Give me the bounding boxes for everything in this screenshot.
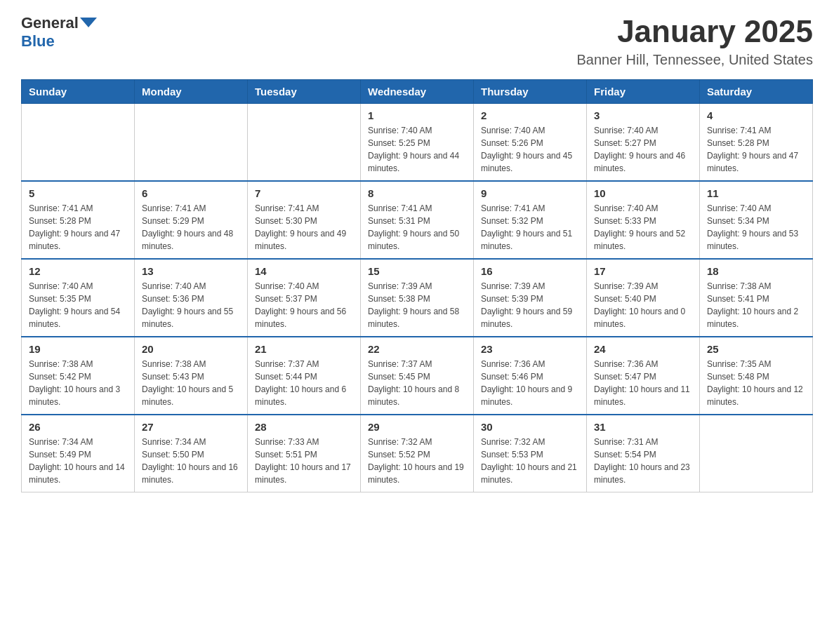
cell-date: 22 (368, 343, 466, 355)
page-title: January 2025 (577, 14, 814, 49)
calendar-cell: 29Sunrise: 7:32 AM Sunset: 5:52 PM Dayli… (361, 415, 474, 492)
cell-date: 9 (481, 187, 579, 199)
cell-date: 14 (255, 265, 353, 277)
calendar-cell: 10Sunrise: 7:40 AM Sunset: 5:33 PM Dayli… (587, 181, 700, 259)
calendar-cell: 4Sunrise: 7:41 AM Sunset: 5:28 PM Daylig… (700, 104, 813, 182)
cell-info: Sunrise: 7:34 AM Sunset: 5:49 PM Dayligh… (29, 436, 127, 486)
cell-info: Sunrise: 7:40 AM Sunset: 5:26 PM Dayligh… (481, 124, 579, 175)
calendar-table: SundayMondayTuesdayWednesdayThursdayFrid… (21, 79, 813, 492)
calendar-cell: 15Sunrise: 7:39 AM Sunset: 5:38 PM Dayli… (361, 259, 474, 337)
cell-info: Sunrise: 7:31 AM Sunset: 5:54 PM Dayligh… (594, 436, 692, 486)
calendar-cell (135, 104, 248, 182)
cell-info: Sunrise: 7:37 AM Sunset: 5:44 PM Dayligh… (255, 358, 353, 408)
page-header: General Blue January 2025 Banner Hill, T… (21, 14, 813, 68)
cell-info: Sunrise: 7:40 AM Sunset: 5:25 PM Dayligh… (368, 124, 466, 175)
cell-date: 1 (368, 109, 466, 121)
cell-info: Sunrise: 7:32 AM Sunset: 5:53 PM Dayligh… (481, 436, 579, 486)
cell-info: Sunrise: 7:38 AM Sunset: 5:43 PM Dayligh… (142, 358, 240, 408)
cell-info: Sunrise: 7:32 AM Sunset: 5:52 PM Dayligh… (368, 436, 466, 486)
cell-date: 2 (481, 109, 579, 121)
cell-info: Sunrise: 7:37 AM Sunset: 5:45 PM Dayligh… (368, 358, 466, 408)
calendar-week-row: 5Sunrise: 7:41 AM Sunset: 5:28 PM Daylig… (22, 181, 813, 259)
calendar-cell: 22Sunrise: 7:37 AM Sunset: 5:45 PM Dayli… (361, 337, 474, 415)
cell-date: 10 (594, 187, 692, 199)
cell-info: Sunrise: 7:39 AM Sunset: 5:39 PM Dayligh… (481, 280, 579, 330)
calendar-week-row: 26Sunrise: 7:34 AM Sunset: 5:49 PM Dayli… (22, 415, 813, 492)
calendar-cell: 1Sunrise: 7:40 AM Sunset: 5:25 PM Daylig… (361, 104, 474, 182)
calendar-day-header: Wednesday (361, 80, 474, 104)
cell-date: 19 (29, 343, 127, 355)
calendar-day-header: Sunday (22, 80, 135, 104)
cell-info: Sunrise: 7:40 AM Sunset: 5:27 PM Dayligh… (594, 124, 692, 175)
calendar-cell: 18Sunrise: 7:38 AM Sunset: 5:41 PM Dayli… (700, 259, 813, 337)
calendar-cell: 14Sunrise: 7:40 AM Sunset: 5:37 PM Dayli… (248, 259, 361, 337)
calendar-cell: 2Sunrise: 7:40 AM Sunset: 5:26 PM Daylig… (474, 104, 587, 182)
cell-date: 13 (142, 265, 240, 277)
calendar-cell: 9Sunrise: 7:41 AM Sunset: 5:32 PM Daylig… (474, 181, 587, 259)
page-subtitle: Banner Hill, Tennessee, United States (577, 52, 814, 68)
cell-info: Sunrise: 7:33 AM Sunset: 5:51 PM Dayligh… (255, 436, 353, 486)
calendar-cell: 25Sunrise: 7:35 AM Sunset: 5:48 PM Dayli… (700, 337, 813, 415)
cell-info: Sunrise: 7:40 AM Sunset: 5:33 PM Dayligh… (594, 202, 692, 253)
cell-info: Sunrise: 7:34 AM Sunset: 5:50 PM Dayligh… (142, 436, 240, 486)
cell-info: Sunrise: 7:39 AM Sunset: 5:40 PM Dayligh… (594, 280, 692, 330)
cell-date: 6 (142, 187, 240, 199)
cell-date: 26 (29, 421, 127, 433)
calendar-cell: 23Sunrise: 7:36 AM Sunset: 5:46 PM Dayli… (474, 337, 587, 415)
calendar-cell: 20Sunrise: 7:38 AM Sunset: 5:43 PM Dayli… (135, 337, 248, 415)
logo: General Blue (21, 14, 97, 51)
cell-info: Sunrise: 7:41 AM Sunset: 5:31 PM Dayligh… (368, 202, 466, 253)
calendar-cell: 24Sunrise: 7:36 AM Sunset: 5:47 PM Dayli… (587, 337, 700, 415)
calendar-cell: 12Sunrise: 7:40 AM Sunset: 5:35 PM Dayli… (22, 259, 135, 337)
calendar-header-row: SundayMondayTuesdayWednesdayThursdayFrid… (22, 80, 813, 104)
calendar-cell: 8Sunrise: 7:41 AM Sunset: 5:31 PM Daylig… (361, 181, 474, 259)
cell-date: 24 (594, 343, 692, 355)
calendar-day-header: Saturday (700, 80, 813, 104)
cell-date: 23 (481, 343, 579, 355)
calendar-cell: 27Sunrise: 7:34 AM Sunset: 5:50 PM Dayli… (135, 415, 248, 492)
cell-date: 29 (368, 421, 466, 433)
cell-date: 21 (255, 343, 353, 355)
calendar-cell: 28Sunrise: 7:33 AM Sunset: 5:51 PM Dayli… (248, 415, 361, 492)
cell-date: 5 (29, 187, 127, 199)
calendar-cell: 6Sunrise: 7:41 AM Sunset: 5:29 PM Daylig… (135, 181, 248, 259)
cell-date: 27 (142, 421, 240, 433)
cell-date: 4 (707, 109, 805, 121)
calendar-cell: 31Sunrise: 7:31 AM Sunset: 5:54 PM Dayli… (587, 415, 700, 492)
cell-date: 11 (707, 187, 805, 199)
cell-info: Sunrise: 7:40 AM Sunset: 5:37 PM Dayligh… (255, 280, 353, 330)
cell-info: Sunrise: 7:38 AM Sunset: 5:41 PM Dayligh… (707, 280, 805, 330)
logo-blue-text: Blue (21, 32, 55, 51)
cell-date: 16 (481, 265, 579, 277)
calendar-cell: 17Sunrise: 7:39 AM Sunset: 5:40 PM Dayli… (587, 259, 700, 337)
title-area: January 2025 Banner Hill, Tennessee, Uni… (577, 14, 814, 68)
cell-info: Sunrise: 7:40 AM Sunset: 5:36 PM Dayligh… (142, 280, 240, 330)
cell-info: Sunrise: 7:41 AM Sunset: 5:28 PM Dayligh… (29, 202, 127, 253)
calendar-week-row: 1Sunrise: 7:40 AM Sunset: 5:25 PM Daylig… (22, 104, 813, 182)
calendar-cell: 11Sunrise: 7:40 AM Sunset: 5:34 PM Dayli… (700, 181, 813, 259)
cell-date: 31 (594, 421, 692, 433)
cell-date: 17 (594, 265, 692, 277)
cell-info: Sunrise: 7:41 AM Sunset: 5:30 PM Dayligh… (255, 202, 353, 253)
cell-info: Sunrise: 7:38 AM Sunset: 5:42 PM Dayligh… (29, 358, 127, 408)
cell-date: 12 (29, 265, 127, 277)
calendar-day-header: Monday (135, 80, 248, 104)
cell-info: Sunrise: 7:41 AM Sunset: 5:29 PM Dayligh… (142, 202, 240, 253)
calendar-week-row: 12Sunrise: 7:40 AM Sunset: 5:35 PM Dayli… (22, 259, 813, 337)
calendar-cell (248, 104, 361, 182)
cell-date: 18 (707, 265, 805, 277)
cell-date: 7 (255, 187, 353, 199)
cell-info: Sunrise: 7:40 AM Sunset: 5:35 PM Dayligh… (29, 280, 127, 330)
cell-info: Sunrise: 7:40 AM Sunset: 5:34 PM Dayligh… (707, 202, 805, 253)
cell-info: Sunrise: 7:41 AM Sunset: 5:32 PM Dayligh… (481, 202, 579, 253)
calendar-cell (700, 415, 813, 492)
calendar-week-row: 19Sunrise: 7:38 AM Sunset: 5:42 PM Dayli… (22, 337, 813, 415)
cell-date: 25 (707, 343, 805, 355)
cell-date: 15 (368, 265, 466, 277)
cell-info: Sunrise: 7:35 AM Sunset: 5:48 PM Dayligh… (707, 358, 805, 408)
cell-info: Sunrise: 7:36 AM Sunset: 5:46 PM Dayligh… (481, 358, 579, 408)
cell-date: 20 (142, 343, 240, 355)
calendar-cell: 30Sunrise: 7:32 AM Sunset: 5:53 PM Dayli… (474, 415, 587, 492)
calendar-day-header: Tuesday (248, 80, 361, 104)
calendar-cell: 3Sunrise: 7:40 AM Sunset: 5:27 PM Daylig… (587, 104, 700, 182)
